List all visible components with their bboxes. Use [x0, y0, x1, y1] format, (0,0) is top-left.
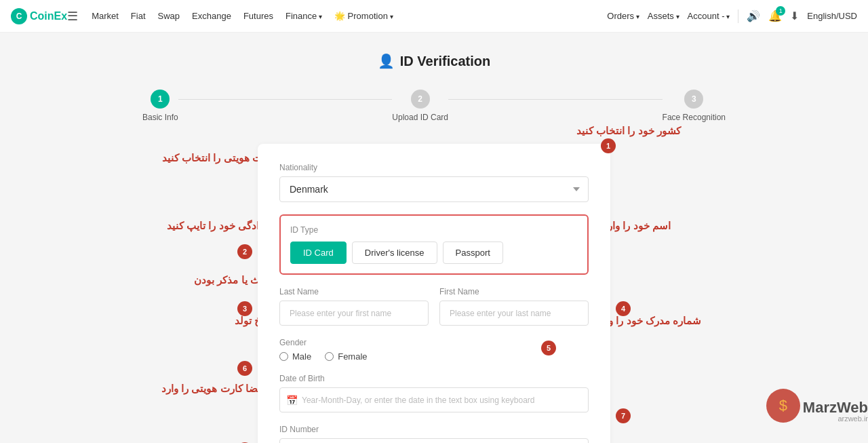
coin-logo-icon: C [11, 8, 27, 24]
nav-futures[interactable]: Futures [243, 11, 273, 21]
id-type-drivers-license[interactable]: Driver's license [352, 242, 437, 264]
step-1-circle: 1 [151, 90, 170, 109]
nav-orders[interactable]: Orders [607, 11, 639, 21]
step-upload-id: 2 Upload ID Card [392, 90, 448, 122]
bell-badge: 1 [776, 6, 785, 16]
first-name-input[interactable] [439, 301, 589, 326]
nationality-label: Nationality [279, 163, 589, 172]
dob-group: Date of Birth 📅 [279, 374, 589, 412]
bell-wrap[interactable]: 🔔 1 [768, 9, 782, 22]
last-name-group: Last Name [279, 287, 429, 326]
nav-links: Market Fiat Swap Exchange Futures Financ… [92, 11, 607, 21]
download-icon[interactable]: ⬇ [790, 9, 799, 22]
steps-progress: 1 Basic Info 2 Upload ID Card 3 Face Rec… [142, 90, 726, 122]
id-number-input[interactable] [279, 438, 589, 443]
id-number-group: ID Number [279, 425, 589, 443]
id-type-group: ID Type ID Card Driver's license Passpor… [279, 214, 589, 275]
nationality-group: Nationality Denmark Iran Germany France … [279, 163, 589, 202]
page-title: ID Verification [400, 54, 490, 69]
watermark-brand: MarzWeb [803, 400, 868, 415]
annotation-circle-7: 7 [616, 408, 631, 423]
id-type-passport[interactable]: Passport [443, 242, 503, 264]
annotation-circle-4: 4 [616, 301, 631, 316]
id-type-id-card[interactable]: ID Card [290, 242, 347, 264]
logo-text: CoinEx [30, 10, 67, 22]
gender-female-radio[interactable] [325, 352, 334, 361]
nav-promotion[interactable]: 🌟 Promotion [334, 11, 393, 21]
annotation-circle-2: 2 [237, 244, 252, 259]
annotation-text-1: کشور خود را انتخاب کنید [576, 123, 712, 138]
id-type-label: ID Type [290, 225, 578, 235]
first-name-label: First Name [439, 287, 589, 296]
gender-female-label[interactable]: Female [325, 351, 367, 362]
id-type-buttons: ID Card Driver's license Passport [290, 242, 578, 264]
step-basic-info: 1 Basic Info [142, 90, 178, 122]
logo[interactable]: C CoinEx [11, 8, 67, 24]
watermark-icon: $ [766, 389, 800, 423]
nav-finance[interactable]: Finance [285, 11, 322, 21]
name-row: Last Name First Name [279, 287, 589, 326]
gender-female-text: Female [338, 351, 367, 362]
nav-exchange[interactable]: Exchange [192, 11, 231, 21]
form-card: 1 2 3 4 5 6 7 8 9 Nationality Denmark Ir… [258, 144, 610, 443]
watermark-text-wrap: MarzWeb arzweb.ir [803, 400, 868, 423]
volume-icon[interactable]: 🔊 [747, 9, 760, 22]
annotation-circle-5: 5 [541, 341, 556, 355]
watermark: $ MarzWeb arzweb.ir [766, 389, 868, 423]
gender-options: Male Female [279, 351, 589, 362]
step-connector-1 [178, 99, 393, 100]
nav-fiat[interactable]: Fiat [131, 11, 146, 21]
nationality-select[interactable]: Denmark Iran Germany France United State… [279, 176, 589, 202]
id-type-box: ID Type ID Card Driver's license Passpor… [279, 214, 589, 275]
top-navigation: C CoinEx ☰ Market Fiat Swap Exchange Fut… [0, 0, 868, 33]
nav-market[interactable]: Market [92, 11, 119, 21]
gender-male-radio[interactable] [279, 352, 288, 361]
nav-assets[interactable]: Assets [648, 11, 679, 21]
last-name-input[interactable] [279, 301, 429, 326]
main-content: 👤 ID Verification 1 Basic Info 2 Upload … [129, 33, 739, 443]
step-connector-2 [448, 99, 663, 100]
dob-input-wrap: 📅 [279, 387, 589, 412]
id-number-label: ID Number [279, 425, 589, 434]
nav-account[interactable]: Account - [688, 11, 730, 21]
page-title-wrap: 👤 ID Verification [142, 53, 726, 69]
id-verification-icon: 👤 [378, 53, 395, 69]
step-face-recognition: 3 Face Recognition [663, 90, 726, 122]
calendar-icon: 📅 [286, 395, 298, 406]
dob-label: Date of Birth [279, 374, 589, 383]
nav-right: Orders Assets Account - 🔊 🔔 1 ⬇ English/… [607, 9, 857, 23]
hamburger-icon[interactable]: ☰ [67, 9, 78, 24]
step-1-label: Basic Info [142, 113, 178, 122]
step-3-label: Face Recognition [663, 113, 726, 122]
watermark-domain: arzweb.ir [803, 415, 868, 423]
dob-input[interactable] [279, 387, 589, 412]
step-2-label: Upload ID Card [392, 113, 448, 122]
step-3-circle: 3 [684, 90, 703, 109]
nav-divider [738, 9, 738, 23]
annotation-circle-3: 3 [237, 301, 252, 316]
step-2-circle: 2 [411, 90, 430, 109]
gender-male-text: Male [292, 351, 311, 362]
first-name-group: First Name [439, 287, 589, 326]
nav-swap[interactable]: Swap [158, 11, 180, 21]
annotation-circle-6: 6 [237, 361, 252, 376]
annotation-circle-1: 1 [601, 138, 616, 153]
gender-male-label[interactable]: Male [279, 351, 311, 362]
language-selector[interactable]: English/USD [807, 11, 857, 21]
last-name-label: Last Name [279, 287, 429, 296]
